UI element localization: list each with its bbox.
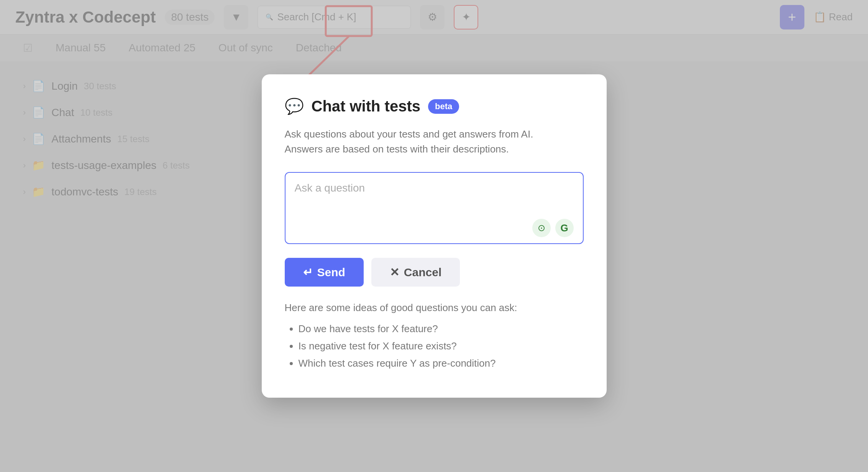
suggestion-item: Which test cases require Y as pre-condit… xyxy=(299,357,584,369)
cancel-label: Cancel xyxy=(404,266,441,279)
modal-overlay: 💬 Chat with tests beta Ask questions abo… xyxy=(0,0,868,472)
send-button[interactable]: ↵ Send xyxy=(285,258,364,287)
input-icons: ⊙ G xyxy=(295,219,574,237)
question-input-container: ⊙ G xyxy=(285,172,584,244)
modal-description: Ask questions about your tests and get a… xyxy=(285,127,584,157)
cancel-x-icon: ✕ xyxy=(390,266,399,279)
cancel-button[interactable]: ✕ Cancel xyxy=(371,258,460,287)
grammarly-icon: G xyxy=(560,222,568,234)
modal-actions: ↵ Send ✕ Cancel xyxy=(285,258,584,287)
modal-header: 💬 Chat with tests beta xyxy=(285,97,584,115)
suggestion-item: Do we have tests for X feature? xyxy=(299,323,584,335)
copilot-icon: ⊙ xyxy=(538,223,545,233)
question-input[interactable] xyxy=(295,182,574,213)
send-label: Send xyxy=(317,266,345,279)
modal-title: Chat with tests xyxy=(312,98,420,115)
send-arrow-icon: ↵ xyxy=(303,266,313,279)
suggestion-item: Is negative test for X feature exists? xyxy=(299,340,584,352)
chat-icon: 💬 xyxy=(285,97,304,115)
chat-modal: 💬 Chat with tests beta Ask questions abo… xyxy=(262,74,607,398)
copilot-button[interactable]: ⊙ xyxy=(532,219,551,237)
suggestions-list: Do we have tests for X feature? Is negat… xyxy=(285,323,584,369)
suggestions-intro: Here are some ideas of good questions yo… xyxy=(285,302,584,314)
beta-badge: beta xyxy=(428,99,459,114)
grammarly-button[interactable]: G xyxy=(555,219,574,237)
